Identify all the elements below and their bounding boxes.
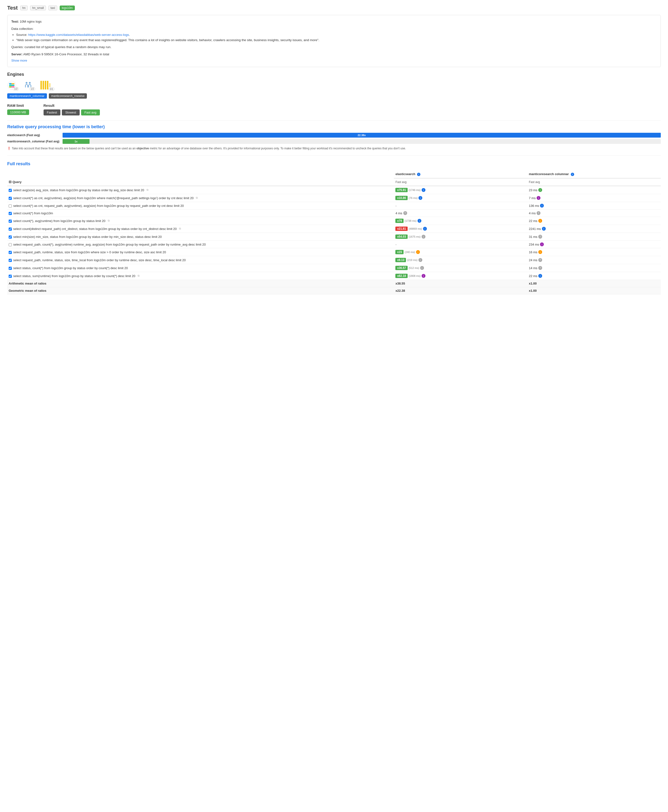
query-checkbox[interactable] bbox=[9, 243, 12, 246]
table-row: select status, count(*) from logs10m gro… bbox=[7, 264, 661, 272]
manticore-value: 31 ms bbox=[529, 235, 537, 238]
manticore-info-icon[interactable]: i bbox=[538, 188, 542, 192]
manticore-cell: 2241 ms i bbox=[528, 225, 661, 233]
elastic-info-icon[interactable]: i bbox=[423, 227, 427, 231]
engines-title: Engines bbox=[7, 72, 661, 77]
query-checkbox[interactable] bbox=[9, 189, 12, 192]
query-checkbox[interactable] bbox=[9, 259, 12, 262]
table-row: select count(*) from logs10m 4 ms ? 4 ms… bbox=[7, 210, 661, 217]
query-copy-icon[interactable]: ⧉ bbox=[179, 227, 181, 230]
query-checkbox[interactable] bbox=[9, 251, 12, 254]
manticore-info-icon[interactable]: i bbox=[538, 274, 542, 278]
ram-value: 110000 MB bbox=[7, 110, 29, 115]
results-tbody: select avg(size) avg_size, status from l… bbox=[7, 186, 661, 294]
elastic-col-label: elasticsearch bbox=[395, 172, 415, 176]
table-row: select count(*) as cnt, request_path, av… bbox=[7, 202, 661, 210]
elastic-badge-green: x15 bbox=[395, 250, 404, 254]
elastic-cell: x9.13 (219 ms) i bbox=[394, 256, 527, 264]
query-text: select request_path, runtime, status, si… bbox=[13, 258, 186, 262]
manticore-cell: 136 ms i bbox=[528, 202, 661, 210]
query-copy-icon[interactable]: ⧉ bbox=[138, 274, 140, 277]
manticore-info-icon[interactable]: i bbox=[537, 196, 541, 200]
query-checkbox[interactable] bbox=[9, 235, 12, 238]
elastic-ms: (512 ms) bbox=[409, 267, 419, 269]
tag-logs10m[interactable]: logs10m bbox=[60, 5, 75, 10]
source-link[interactable]: https://www.kaggle.com/datasets/eliasdab… bbox=[28, 33, 129, 37]
manticore-info-icon[interactable]: ? bbox=[537, 211, 541, 215]
server-value: AMD Ryzen 9 5950X 16-Core Processor, 32 … bbox=[23, 52, 109, 56]
query-checkbox[interactable] bbox=[9, 197, 12, 200]
manticore-info-icon[interactable]: ? bbox=[538, 235, 542, 238]
chart-row-elasticsearch: elasticsearch (Fast avg) 22.38x bbox=[7, 133, 661, 138]
query-text: select request_path, count(*), avg(runti… bbox=[13, 243, 206, 246]
th-elastic-sub: Fast avg bbox=[394, 178, 527, 186]
chart-bar-elasticsearch-wrap: 22.38x bbox=[63, 133, 661, 138]
footer-elastic: x22.38 bbox=[394, 287, 527, 294]
query-checkbox[interactable] bbox=[9, 205, 12, 208]
result-section: Result Fastest Slowest Fast avg bbox=[43, 103, 100, 115]
clickhouse-engine[interactable]: 0/1 bbox=[40, 80, 52, 90]
tag-hn-small[interactable]: hn_small bbox=[30, 5, 46, 10]
elastic-ms: (1738 ms) bbox=[404, 219, 416, 222]
table-row: select status, sum(runtime) from logs10m… bbox=[7, 272, 661, 280]
manticore-info-icon[interactable]: ? bbox=[538, 266, 542, 270]
manticore-engine[interactable]: 1/2 bbox=[23, 80, 33, 90]
page-title: Test bbox=[7, 5, 18, 11]
th-query: ⊟ Query bbox=[7, 170, 394, 186]
query-copy-icon[interactable]: ⧉ bbox=[108, 219, 110, 222]
query-text: select count(*), avg(runtime) from logs1… bbox=[13, 219, 105, 223]
elastic-cell: - bbox=[394, 202, 527, 210]
query-copy-icon[interactable]: ⧉ bbox=[196, 196, 198, 199]
elastic-info-icon[interactable]: ? bbox=[403, 211, 407, 215]
manticore-info-icon[interactable]: i bbox=[540, 242, 544, 246]
ram-label: RAM limit bbox=[7, 103, 29, 108]
results-table: ⊟ Query elasticsearch i manticoresearch … bbox=[7, 170, 661, 294]
manticore-col-info-icon[interactable]: i bbox=[571, 173, 574, 176]
manticore-info-icon[interactable]: i bbox=[538, 250, 542, 254]
slowest-button[interactable]: Slowest bbox=[62, 110, 80, 115]
elastic-ms: (1808 ms) bbox=[409, 274, 421, 277]
show-more-link[interactable]: Show more bbox=[11, 59, 27, 62]
page-header: Test hn hn_small taxi logs10m bbox=[7, 5, 661, 11]
elastic-cell: x79 (1738 ms) i bbox=[394, 217, 527, 225]
elastic-info-icon[interactable]: i bbox=[420, 266, 424, 270]
footer-row: Geometric mean of ratios x22.38 x1.00 bbox=[7, 287, 661, 294]
query-checkbox[interactable] bbox=[9, 275, 12, 278]
elastic-info-icon[interactable]: i bbox=[422, 188, 426, 192]
elasticsearch-engine[interactable]: 1/2 bbox=[7, 80, 17, 90]
footer-row: Arithmetic mean of ratios x38.55 x1.00 bbox=[7, 280, 661, 287]
manticore-info-icon[interactable]: i bbox=[542, 227, 546, 231]
fast-avg-button[interactable]: Fast avg bbox=[81, 110, 100, 115]
query-text: select request_path, runtime, status, si… bbox=[13, 250, 166, 254]
ram-section: RAM limit 110000 MB bbox=[7, 103, 29, 115]
collapse-icon[interactable]: ⊟ bbox=[9, 180, 12, 184]
query-copy-icon[interactable]: ⧉ bbox=[147, 188, 149, 192]
query-checkbox[interactable] bbox=[9, 267, 12, 270]
elastic-info-icon[interactable]: i bbox=[418, 219, 421, 223]
manticore-info-icon[interactable]: i bbox=[538, 219, 542, 223]
query-checkbox[interactable] bbox=[9, 220, 12, 223]
query-cell: select count(distinct request_path) cnt_… bbox=[7, 225, 394, 233]
elastic-info-icon[interactable]: i bbox=[419, 258, 423, 262]
manticore-info-icon[interactable]: i bbox=[540, 204, 544, 208]
manticore-cell: 14 ms ? bbox=[528, 264, 661, 272]
query-checkbox[interactable] bbox=[9, 212, 12, 215]
elastic-info-icon[interactable]: i bbox=[417, 173, 421, 176]
tag-hn[interactable]: hn bbox=[20, 5, 28, 10]
query-cell: select count(*) as cnt, avg(runtime), av… bbox=[7, 194, 394, 202]
elastic-value: 4 ms bbox=[395, 212, 402, 215]
elastic-info-icon[interactable]: i bbox=[416, 250, 420, 254]
query-checkbox[interactable] bbox=[9, 228, 12, 231]
result-buttons: Fastest Slowest Fast avg bbox=[43, 110, 100, 115]
elastic-info-icon[interactable]: i bbox=[422, 274, 426, 278]
query-col-label: Query bbox=[13, 180, 22, 184]
results-section: Full results ⊟ Query elasticsearch i man… bbox=[7, 162, 661, 294]
elastic-info-icon[interactable]: i bbox=[422, 235, 426, 238]
elastic-info-icon[interactable]: i bbox=[419, 196, 423, 200]
engine-tag-rowwise[interactable]: manticoresearch_rowwise bbox=[49, 93, 87, 98]
tag-taxi[interactable]: taxi bbox=[48, 5, 57, 10]
engine-tag-columnar[interactable]: manticoresearch_columnar bbox=[7, 93, 47, 98]
fastest-button[interactable]: Fastest bbox=[43, 110, 61, 115]
manticore-info-icon[interactable]: ? bbox=[538, 258, 542, 262]
svg-rect-12 bbox=[49, 83, 50, 87]
